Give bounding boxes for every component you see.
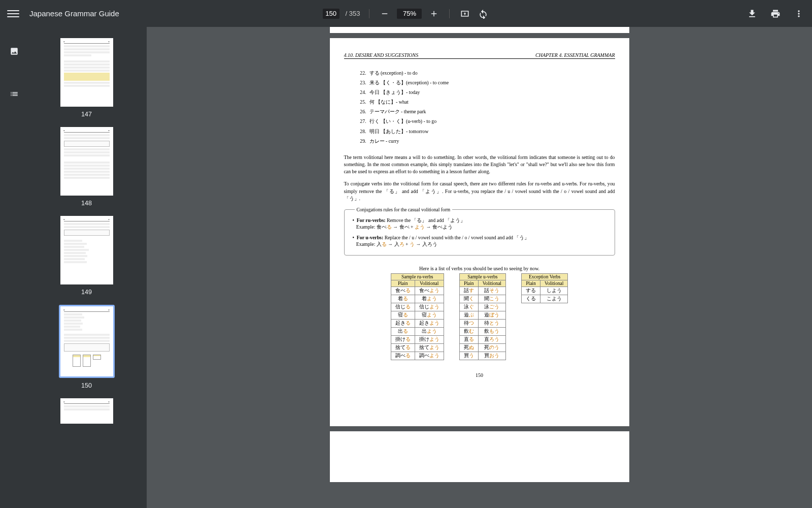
thumbnail[interactable]: ■■ 148	[60, 127, 113, 207]
thumbnail[interactable]: ■■ 150	[59, 305, 115, 389]
verb-table: Sample u-verbsPlainVolitional話す話そう聞く聞こう泳…	[459, 273, 506, 360]
verb-table: Exception VerbsPlainVolitionalするしようくるこよう	[521, 273, 568, 303]
outline-tab-icon[interactable]	[1, 82, 27, 106]
vocab-item: 22.する (exception) - to do	[356, 68, 615, 78]
vocab-item: 26.テーマパーク - theme park	[356, 107, 615, 116]
thumbnails-tab-icon[interactable]	[1, 39, 27, 64]
page-number: 150	[344, 372, 615, 378]
vocab-item: 23.来る 【く・る】(exception) - to come	[356, 78, 615, 87]
conjugation-rule: • For ru-verbs: Remove the 「る」 and add 「…	[353, 217, 606, 231]
thumbnail-label: 150	[81, 382, 92, 389]
paragraph: The term volitional here means a will to…	[344, 154, 615, 176]
conjugation-rule: • For u-verbs: Replace the / u / vowel s…	[353, 235, 606, 248]
fit-page-icon[interactable]	[459, 8, 471, 20]
zoom-level[interactable]: 75%	[397, 9, 422, 19]
page-number-input[interactable]	[323, 9, 340, 19]
thumbnail[interactable]: ■■	[60, 398, 113, 424]
zoom-out-icon[interactable]	[379, 8, 391, 20]
toolbar: Japanese Grammar Guide / 353 75%	[0, 0, 812, 27]
page-total: / 353	[346, 10, 360, 17]
thumbnails-panel[interactable]: ■■ 147 ■■ 148 ■■	[26, 27, 147, 508]
download-icon[interactable]	[746, 8, 758, 20]
vocab-item: 29.カレー - curry	[356, 136, 615, 146]
zoom-in-icon[interactable]	[428, 8, 440, 20]
rotate-icon[interactable]	[477, 8, 489, 20]
paragraph: To conjugate verbs into the volitional f…	[344, 180, 615, 202]
vocab-item: 28.明日 【あした】- tomorrow	[356, 126, 615, 136]
previous-page-edge	[330, 27, 629, 33]
thumbnail-label: 147	[81, 111, 92, 118]
more-icon[interactable]	[793, 8, 805, 20]
sidebar: ■■ 147 ■■ 148 ■■	[0, 27, 147, 508]
vocab-item: 24.今日 【きょう】- today	[356, 87, 615, 97]
print-icon[interactable]	[769, 8, 782, 20]
thumbnail[interactable]: ■■ 147	[60, 38, 113, 118]
document-title: Japanese Grammar Guide	[29, 9, 119, 18]
conjugation-box: Conjugations rules for the casual voliti…	[344, 207, 615, 256]
vocabulary-list: 22.する (exception) - to do23.来る 【く・る】(exc…	[344, 68, 615, 146]
page-viewport[interactable]: 4.10. DESIRE AND SUGGESTIONS CHAPTER 4. …	[147, 27, 812, 508]
page: 4.10. DESIRE AND SUGGESTIONS CHAPTER 4. …	[330, 38, 629, 426]
thumbnail-label: 149	[81, 289, 92, 296]
menu-icon[interactable]	[7, 10, 19, 17]
header-right: CHAPTER 4. ESSENTIAL GRAMMAR	[535, 52, 615, 58]
thumbnail-label: 148	[81, 200, 92, 207]
conjugation-legend: Conjugations rules for the casual voliti…	[355, 207, 453, 212]
thumbnail[interactable]: ■■ 149	[60, 216, 113, 296]
vocab-item: 27.行く 【い・く】(u-verb) - to go	[356, 116, 615, 126]
table-caption: Here is a list of verbs you should be us…	[344, 266, 615, 271]
vocab-item: 25.何 【なに】- what	[356, 97, 615, 107]
verb-table: Sample ru-verbsPlainVolitional食べる食べよう着る着…	[391, 273, 444, 360]
tables-row: Sample ru-verbsPlainVolitional食べる食べよう着る着…	[344, 273, 615, 360]
next-page-edge	[330, 431, 629, 482]
header-left: 4.10. DESIRE AND SUGGESTIONS	[344, 52, 419, 58]
